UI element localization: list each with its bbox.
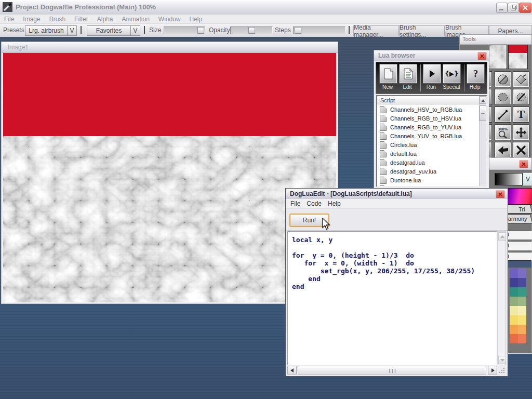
color-panel-titlebar[interactable] [489,158,531,170]
scroll-up-button[interactable] [498,232,506,241]
color-swatch[interactable] [510,287,518,297]
color-swatch[interactable] [518,334,526,343]
brush-preview-thumbnail[interactable] [489,45,507,69]
opacity-slider-thumb[interactable] [248,27,255,34]
editor-vertical-scrollbar[interactable] [497,231,506,365]
value-button[interactable]: V [523,172,532,186]
close-button[interactable] [519,3,531,13]
editor-titlebar[interactable]: DogLuaEdit - [DogLuaScripts\default.lua] [286,189,508,200]
editor-menu-help[interactable]: Help [328,200,341,207]
editor-menu-code[interactable]: Code [307,200,322,207]
tools-titlebar[interactable]: Tools [460,35,531,45]
brush-settings-button[interactable]: Brush settings... [399,25,445,36]
size-slider-thumb[interactable] [197,27,204,34]
lua-browser-titlebar[interactable]: Lua browser [374,50,489,61]
script-list-item[interactable]: default.lua [377,149,480,158]
minimize-button[interactable] [496,3,508,13]
color-panel-close-button[interactable] [519,160,528,168]
text-tool-button[interactable]: T [513,107,529,123]
menu-filter[interactable]: Filter [74,16,88,23]
scrollbar-thumb[interactable] [298,366,486,375]
lua-browser-close-button[interactable] [477,52,487,60]
color-swatch[interactable] [510,315,518,325]
color-swatch[interactable] [510,278,518,287]
scroll-right-button[interactable] [488,366,497,375]
script-list[interactable]: Script Channels_HSV_to_RGB.lua Channels_… [376,95,487,187]
color-swatch[interactable] [510,269,518,278]
main-titlebar[interactable]: Project Dogwaffle Professional (Main) 10… [0,0,532,15]
scroll-up-button[interactable] [480,96,486,104]
color-swatch[interactable] [518,297,526,306]
script-list-item[interactable]: Channels_RGB_to_YUV.lua [377,123,480,131]
script-list-item[interactable]: Elevation.lua [377,184,480,187]
color-swatch[interactable] [510,297,518,306]
editor-horizontal-scrollbar[interactable] [287,366,497,376]
editor-menu-file[interactable]: File [290,200,300,207]
undo-tool-button[interactable] [495,142,511,158]
color-swatch[interactable] [518,306,526,315]
run-script-button[interactable] [423,64,441,84]
image-preview-thumbnail[interactable] [508,45,528,69]
script-list-item[interactable]: Channels_HSV_to_RGB.lua [377,105,480,114]
script-list-item[interactable]: Circles.lua [377,140,480,149]
opacity-slider[interactable] [230,26,273,34]
script-list-header[interactable]: Script [377,96,480,104]
dogluaedit-window[interactable]: DogLuaEdit - [DogLuaScripts\default.lua]… [285,188,508,377]
special-button-label: Special [443,84,460,90]
script-list-item[interactable]: desatgrad_yuv.lua [377,167,480,176]
fill-tool-button[interactable] [513,71,529,87]
menu-image[interactable]: Image [23,16,40,23]
size-slider[interactable] [164,26,205,34]
steps-slider-thumb[interactable] [295,27,301,34]
canvas-red-region[interactable] [3,53,336,136]
scroll-left-button[interactable] [287,366,297,375]
chevron-down-icon[interactable]: V [67,26,76,35]
editor-close-button[interactable] [496,190,505,198]
script-list-item[interactable]: Channels_RGB_to_HSV.lua [377,114,480,123]
help-button[interactable]: ? [467,64,485,84]
maximize-button[interactable] [508,3,519,13]
script-list-item[interactable]: desatgrad.lua [377,158,480,167]
line-tool-button[interactable] [495,107,511,123]
steps-slider[interactable] [293,26,345,34]
menu-alpha[interactable]: Alpha [97,16,113,23]
media-manager-button[interactable]: Media manager... [353,25,399,36]
color-swatch[interactable] [518,315,526,325]
menu-file[interactable]: File [4,16,14,23]
scrollbar-thumb[interactable] [480,105,486,121]
ellipse-select-button[interactable] [495,89,511,105]
code-editor[interactable]: local x, y for y = 0, (height - 1)/3 do … [287,231,497,365]
color-swatch[interactable] [518,278,526,287]
new-script-button[interactable] [379,64,397,84]
color-swatch[interactable] [518,269,526,278]
scroll-down-button[interactable] [498,356,506,364]
gradient-tool-button[interactable] [495,71,511,87]
color-swatch[interactable] [510,306,518,315]
color-swatch[interactable] [518,325,526,334]
menu-brush[interactable]: Brush [49,16,65,23]
menu-window[interactable]: Window [158,16,181,23]
color-swatch[interactable] [510,334,518,343]
color-swatch[interactable] [510,325,518,334]
chevron-down-icon[interactable]: V [130,26,140,35]
zoom-tool-button[interactable]: 100% [495,124,511,140]
image1-titlebar[interactable]: Image1 [2,42,338,53]
script-list-scrollbar[interactable] [479,96,486,186]
pan-tool-button[interactable] [513,124,529,140]
menu-animation[interactable]: Animation [122,16,149,23]
edit-script-button[interactable] [399,64,417,84]
preset-dropdown[interactable]: Lrg. airbrush V [25,25,77,36]
script-list-item[interactable]: Duotone.lua [377,176,480,184]
menu-help[interactable]: Help [190,16,203,23]
code-line: set_rgb(x, y, 206/255, 17/255, 38/255) [292,267,497,275]
freehand-select-button[interactable] [513,89,529,105]
favorites-dropdown[interactable]: Favorites V [87,25,140,36]
lua-browser-window[interactable]: Lua browser New [374,50,489,190]
script-name: Channels_YUV_to_RGB.lua [390,133,462,139]
value-gradient-strip[interactable] [495,173,523,185]
delete-tool-button[interactable] [513,142,529,158]
resize-grip[interactable] [498,366,506,374]
special-run-button[interactable]: {▶} [443,64,461,84]
script-list-item[interactable]: Channels_YUV_to_RGB.lua [377,131,480,140]
color-swatch[interactable] [518,287,526,297]
